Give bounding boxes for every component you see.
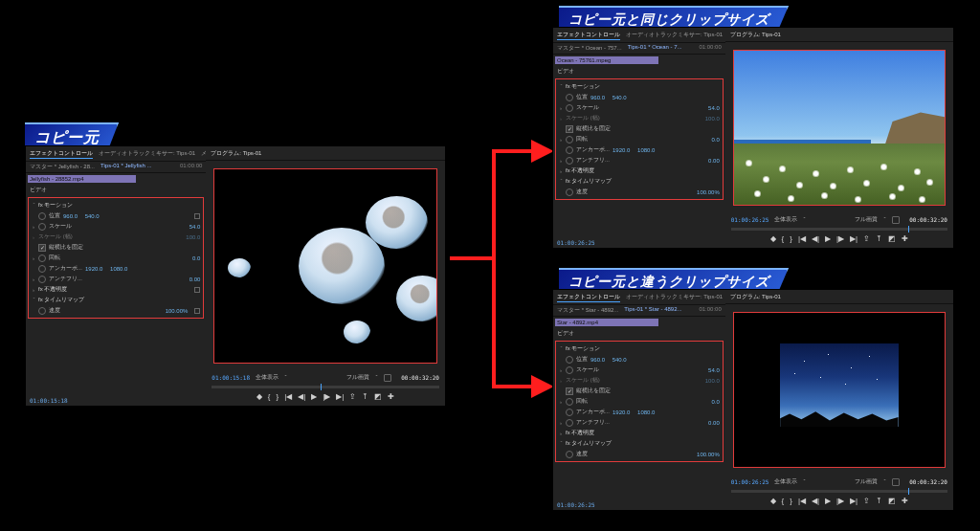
position-x[interactable]: 960.0 <box>63 213 78 219</box>
master-clip-tab[interactable]: Tips-01 * Star - 4892... <box>624 306 681 315</box>
resolution-full[interactable]: フル画質 <box>855 477 878 486</box>
scrub-bar[interactable] <box>212 386 439 388</box>
stopwatch-icon[interactable] <box>566 94 573 101</box>
rotation-value[interactable]: 0.0 <box>711 137 719 143</box>
step-back-button[interactable]: ◀| <box>812 234 819 243</box>
stopwatch-icon[interactable] <box>566 398 573 406</box>
resolution-full[interactable]: フル画質 <box>346 373 369 382</box>
opacity-heading[interactable]: fx 不透明度 <box>566 166 594 175</box>
program-monitor[interactable] <box>213 168 437 364</box>
keyframe-nav[interactable] <box>194 213 200 219</box>
export-frame-button[interactable]: ◩ <box>888 234 896 243</box>
mark-out-button[interactable]: } <box>790 234 792 243</box>
tab-audio-mixer[interactable]: オーディオトラックミキサー: Tips-01 <box>99 149 195 159</box>
tab-effect-controls[interactable]: エフェクトコントロール <box>30 149 93 159</box>
position-y[interactable]: 540.0 <box>612 357 627 363</box>
add-marker-button[interactable]: ◆ <box>770 234 776 243</box>
scrub-bar[interactable] <box>731 228 947 231</box>
program-monitor[interactable] <box>733 312 946 468</box>
step-back-button[interactable]: ◀| <box>812 497 819 505</box>
resolution-full[interactable]: フル画質 <box>855 215 878 224</box>
mark-in-button[interactable]: { <box>782 497 785 505</box>
step-fwd-button[interactable]: |▶ <box>836 497 844 505</box>
anchor-x[interactable]: 1920.0 <box>85 266 102 272</box>
stopwatch-icon[interactable] <box>566 136 573 144</box>
play-button[interactable]: ▶ <box>825 497 831 505</box>
zoom-fit[interactable]: 全体表示 <box>774 477 797 486</box>
aspect-lock-checkbox[interactable]: ✓ <box>566 387 573 395</box>
extract-button[interactable]: ⤒ <box>876 497 882 505</box>
position-x[interactable]: 960.0 <box>590 357 605 363</box>
opacity-heading[interactable]: fx 不透明度 <box>38 285 67 294</box>
scale-value[interactable]: 54.0 <box>708 367 720 373</box>
opacity-heading[interactable]: fx 不透明度 <box>566 429 594 437</box>
go-start-button[interactable]: |◀ <box>798 234 806 243</box>
anchor-y[interactable]: 1080.0 <box>637 147 655 153</box>
master-clip-tab[interactable]: Tips-01 * Jellyfish ... <box>100 163 151 171</box>
scrub-bar[interactable] <box>731 490 947 493</box>
stopwatch-icon[interactable] <box>38 265 46 273</box>
keyframe-nav[interactable] <box>194 287 200 293</box>
stopwatch-icon[interactable] <box>38 276 46 283</box>
stopwatch-icon[interactable] <box>566 104 573 112</box>
settings-icon[interactable] <box>892 478 900 486</box>
stopwatch-icon[interactable] <box>566 366 573 374</box>
play-button[interactable]: ▶ <box>311 392 317 401</box>
step-fwd-button[interactable]: |▶ <box>323 392 330 401</box>
position-x[interactable]: 960.0 <box>590 95 605 100</box>
motion-heading[interactable]: fx モーション <box>38 201 73 210</box>
timeremap-heading[interactable]: fx タイムリマップ <box>38 296 84 304</box>
speed-value[interactable]: 100.00% <box>697 189 720 195</box>
position-y[interactable]: 540.0 <box>85 213 100 219</box>
lift-button[interactable]: ⇪ <box>863 497 870 505</box>
rotation-value[interactable]: 0.0 <box>711 399 719 405</box>
stopwatch-icon[interactable] <box>566 146 573 154</box>
settings-icon[interactable] <box>892 216 900 224</box>
stopwatch-icon[interactable] <box>566 451 573 458</box>
timeremap-heading[interactable]: fx タイムリマップ <box>566 177 612 186</box>
go-start-button[interactable]: |◀ <box>284 392 292 401</box>
stopwatch-icon[interactable] <box>566 409 573 416</box>
lift-button[interactable]: ⇪ <box>863 234 870 243</box>
go-start-button[interactable]: |◀ <box>798 497 806 505</box>
add-marker-button[interactable]: ◆ <box>770 497 776 505</box>
stopwatch-icon[interactable] <box>566 188 573 196</box>
scale-value[interactable]: 54.0 <box>708 105 720 111</box>
current-timecode[interactable]: 01:00:26:25 <box>731 478 769 485</box>
speed-value[interactable]: 100.00% <box>166 308 189 314</box>
go-end-button[interactable]: ▶| <box>850 497 858 505</box>
program-monitor[interactable] <box>733 50 946 206</box>
current-timecode[interactable]: 01:00:26:25 <box>731 216 769 223</box>
button-editor[interactable]: ✚ <box>388 392 394 401</box>
aspect-lock-checkbox[interactable]: ✓ <box>566 125 573 133</box>
lift-button[interactable]: ⇪ <box>349 392 356 401</box>
stopwatch-icon[interactable] <box>38 307 46 315</box>
add-marker-button[interactable]: ◆ <box>256 392 262 401</box>
stopwatch-icon[interactable] <box>38 223 46 231</box>
mark-out-button[interactable]: } <box>790 497 792 505</box>
export-frame-button[interactable]: ◩ <box>888 497 896 505</box>
anchor-x[interactable]: 1920.0 <box>612 409 630 415</box>
button-editor[interactable]: ✚ <box>902 234 908 243</box>
mark-in-button[interactable]: { <box>268 392 271 401</box>
extract-button[interactable]: ⤒ <box>362 392 368 401</box>
zoom-fit[interactable]: 全体表示 <box>774 215 797 224</box>
stopwatch-icon[interactable] <box>566 157 573 165</box>
keyframe-nav[interactable] <box>194 308 200 314</box>
mark-out-button[interactable]: } <box>277 392 279 401</box>
current-timecode[interactable]: 01:00:15:18 <box>212 374 250 381</box>
play-button[interactable]: ▶ <box>825 234 831 243</box>
button-editor[interactable]: ✚ <box>902 497 908 505</box>
go-end-button[interactable]: ▶| <box>336 392 344 401</box>
mark-in-button[interactable]: { <box>782 234 785 243</box>
extract-button[interactable]: ⤒ <box>876 234 882 243</box>
tab-audio-mixer[interactable]: オーディオトラックミキサー: Tips-01 <box>626 31 723 40</box>
motion-heading[interactable]: fx モーション <box>566 344 600 353</box>
tab-effect-controls[interactable]: エフェクトコントロール <box>557 31 620 40</box>
stopwatch-icon[interactable] <box>38 212 46 220</box>
antiflicker-value[interactable]: 0.00 <box>708 158 720 164</box>
anchor-y[interactable]: 1080.0 <box>637 409 655 415</box>
antiflicker-value[interactable]: 0.00 <box>189 277 201 282</box>
anchor-y[interactable]: 1080.0 <box>110 266 127 272</box>
tab-effect-controls[interactable]: エフェクトコントロール <box>557 293 620 302</box>
